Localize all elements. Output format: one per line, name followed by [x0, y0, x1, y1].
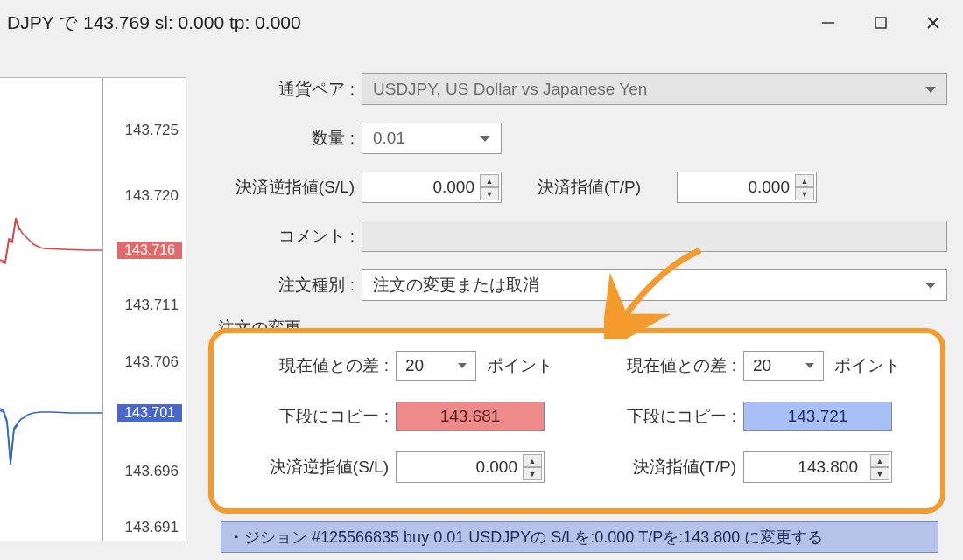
tp-spinner[interactable]: ▲▼ — [795, 174, 814, 200]
symbol-label: 通貨ペア : — [204, 78, 362, 101]
axis-tick: 143.696 — [125, 463, 179, 480]
volume-input[interactable]: 0.01 — [362, 122, 502, 154]
diff-label-left: 現在値との差 : — [229, 354, 396, 377]
diff-select-left[interactable]: 20 — [396, 351, 476, 381]
copy-button-sl[interactable]: 143.681 — [396, 402, 545, 431]
diff-unit-left: ポイント — [487, 354, 553, 377]
diff-unit-right: ポイント — [834, 354, 901, 377]
ask-price-tag: 143.716 — [117, 242, 182, 259]
comment-input[interactable] — [362, 220, 947, 252]
modify-highlight-panel: 現在値との差 : 20 ポイント 現在値との差 : 20 ポイント 下段にコピー… — [208, 328, 945, 514]
chart-lines — [0, 78, 103, 541]
copy-label-left: 下段にコピー : — [229, 405, 396, 428]
close-button[interactable] — [907, 5, 959, 40]
diff-label-right: 現在値との差 : — [577, 354, 743, 377]
window-controls — [802, 5, 959, 40]
mod-sl-label: 決済逆指値(S/L) — [229, 456, 396, 479]
symbol-select[interactable]: USDJPY, US Dollar vs Japanese Yen — [362, 74, 947, 105]
mod-sl-input[interactable]: 0.000 ▲▼ — [396, 452, 545, 483]
window-title: DJPY で 143.769 sl: 0.000 tp: 0.000 — [7, 10, 802, 35]
mod-tp-label: 決済指値(T/P) — [577, 456, 743, 479]
comment-label: コメント : — [204, 225, 362, 248]
sl-label: 決済逆指値(S/L) — [204, 176, 362, 199]
mod-sl-spinner[interactable]: ▲▼ — [523, 454, 542, 480]
tp-label: 決済指値(T/P) — [502, 176, 677, 199]
volume-label: 数量 : — [204, 127, 362, 150]
axis-tick: 143.725 — [125, 122, 179, 139]
diff-select-right[interactable]: 20 — [743, 351, 824, 381]
bid-price-tag: 143.701 — [117, 404, 182, 422]
minimize-button[interactable] — [802, 5, 854, 40]
modify-submit-button[interactable]: ・ジション #125566835 buy 0.01 USDJPYの S/Lを:0… — [221, 522, 938, 553]
axis-tick: 143.706 — [125, 354, 179, 371]
titlebar: DJPY で 143.769 sl: 0.000 tp: 0.000 — [0, 0, 963, 46]
copy-label-right: 下段にコピー : — [577, 405, 743, 428]
mod-tp-spinner[interactable]: ▲▼ — [870, 454, 889, 480]
maximize-button[interactable] — [854, 5, 907, 40]
sl-input[interactable]: 0.000 ▲▼ — [362, 172, 502, 203]
ordertype-label: 注文種別 : — [204, 274, 362, 297]
axis-tick: 143.711 — [125, 297, 179, 314]
price-axis: 143.725 143.720 143.716 143.711 143.706 … — [102, 78, 186, 541]
svg-rect-1 — [875, 18, 886, 28]
axis-tick: 143.720 — [125, 187, 179, 205]
copy-button-tp[interactable]: 143.721 — [743, 402, 892, 431]
sl-spinner[interactable]: ▲▼ — [480, 174, 499, 200]
mod-tp-input[interactable]: 143.800 ▲▼ — [743, 452, 892, 483]
ordertype-select[interactable]: 注文の変更または取消 — [362, 270, 947, 301]
tp-input[interactable]: 0.000 ▲▼ — [677, 172, 817, 203]
tick-chart: 143.725 143.720 143.716 143.711 143.706 … — [0, 77, 186, 541]
axis-tick: 143.691 — [125, 519, 179, 536]
